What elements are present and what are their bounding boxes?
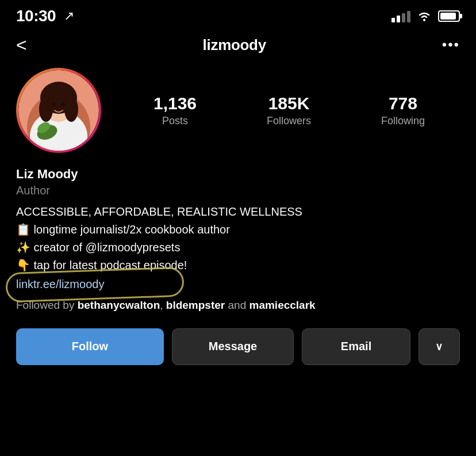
follower-3[interactable]: mamiecclark	[249, 299, 316, 311]
battery-icon	[438, 10, 460, 22]
bio-line-1: ACCESSIBLE, AFFORDABLE, REALISTIC WELLNE…	[16, 203, 460, 221]
nav-bar: < lizmoody •••	[0, 30, 476, 62]
signal-icon	[391, 10, 410, 22]
following-stat[interactable]: 778 Following	[381, 94, 425, 127]
bio-section: Liz Moody Author ACCESSIBLE, AFFORDABLE,…	[0, 164, 476, 323]
display-name: Liz Moody	[16, 167, 460, 182]
follow-button[interactable]: Follow	[16, 328, 164, 365]
email-button[interactable]: Email	[302, 328, 410, 365]
svg-point-9	[62, 103, 65, 106]
stats-container: 1,136 Posts 185K Followers 778 Following	[118, 94, 460, 127]
posts-stat[interactable]: 1,136 Posts	[153, 94, 197, 127]
svg-point-6	[39, 97, 53, 122]
account-category: Author	[16, 184, 460, 197]
link-wrapper: linktr.ee/lizmoody	[16, 275, 104, 293]
message-button[interactable]: Message	[172, 328, 294, 365]
profile-header: 1,136 Posts 185K Followers 778 Following	[0, 62, 476, 164]
status-bar: 10:30 ↗	[0, 0, 476, 30]
follower-1[interactable]: bethanycwalton	[78, 299, 160, 311]
profile-link[interactable]: linktr.ee/lizmoody	[16, 275, 104, 293]
svg-point-8	[52, 103, 56, 106]
followers-label: Followers	[267, 115, 311, 127]
status-icons	[391, 10, 460, 22]
more-actions-button[interactable]: ∨	[419, 328, 460, 365]
posts-count: 1,136	[153, 94, 197, 113]
following-count: 778	[389, 94, 417, 113]
following-label: Following	[381, 115, 425, 127]
status-time: 10:30	[16, 7, 56, 25]
chevron-down-icon: ∨	[435, 341, 443, 352]
profile-photo	[18, 70, 99, 151]
followers-count: 185K	[268, 94, 310, 113]
profile-username: lizmoody	[203, 36, 266, 54]
wifi-icon	[416, 10, 432, 22]
bio-line-4: 👇 tap for latest podcast episode!	[16, 256, 460, 274]
followed-by-text: Followed by bethanycwalton, bldempster a…	[16, 298, 460, 313]
svg-point-0	[423, 19, 425, 21]
back-button[interactable]: <	[16, 36, 27, 54]
location-arrow-icon: ↗	[64, 9, 74, 24]
follower-2[interactable]: bldempster	[166, 299, 225, 311]
followers-stat[interactable]: 185K Followers	[267, 94, 311, 127]
svg-point-7	[64, 97, 78, 122]
bio-line-3: ✨ creator of @lizmoodypresets	[16, 239, 460, 256]
action-buttons: Follow Message Email ∨	[0, 323, 476, 377]
more-options-button[interactable]: •••	[442, 37, 460, 53]
avatar[interactable]	[16, 68, 101, 153]
bio-line-2: 📋 longtime journalist/2x cookbook author	[16, 221, 460, 239]
posts-label: Posts	[162, 115, 188, 127]
